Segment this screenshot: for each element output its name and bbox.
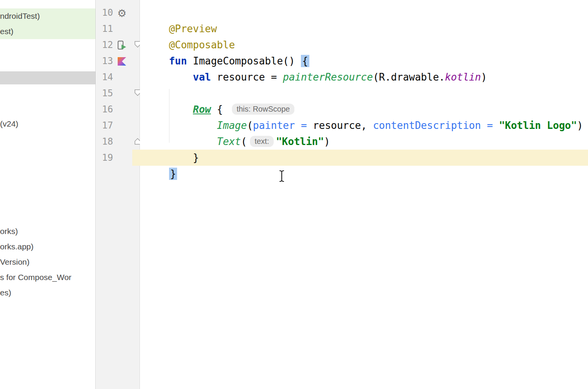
- string-token: "Kotlin": [276, 136, 324, 147]
- gutter-row: 18: [96, 134, 140, 150]
- line-number[interactable]: 13: [99, 53, 113, 69]
- tree-item[interactable]: orks.app): [0, 239, 96, 254]
- tree-item-label: s for Compose_Wor: [0, 273, 71, 282]
- tree-item-label: orks): [0, 227, 18, 236]
- code-token: ): [324, 136, 330, 147]
- tree-item-label: orks.app): [0, 242, 34, 251]
- tree-item-label: est): [0, 27, 13, 36]
- matched-brace: }: [169, 168, 177, 180]
- line-number[interactable]: 14: [99, 69, 113, 85]
- code-token: [169, 71, 193, 83]
- tree-item-label: ndroidTest): [0, 12, 40, 21]
- named-argument-token: contentDescription =: [373, 120, 499, 131]
- run-preview-icon[interactable]: [116, 40, 128, 51]
- line-number[interactable]: 11: [99, 21, 113, 37]
- code-line[interactable]: Image(painter = resource, contentDescrip…: [145, 101, 583, 117]
- gutter-row: 13: [96, 53, 140, 69]
- editor-gutter[interactable]: 10 ⚙ 11 12 13: [96, 0, 140, 389]
- code-line[interactable]: @Preview: [145, 5, 217, 21]
- tree-item-selected[interactable]: [0, 71, 96, 84]
- code-token: resource =: [211, 71, 283, 83]
- code-token: ): [481, 71, 487, 83]
- tree-item-label: es): [0, 288, 11, 297]
- tree-item[interactable]: ndroidTest): [0, 8, 96, 24]
- function-call-token: painterResource: [283, 71, 373, 83]
- line-number[interactable]: 16: [99, 101, 113, 117]
- code-token: ): [577, 120, 583, 131]
- tree-item[interactable]: orks): [0, 224, 96, 239]
- line-number[interactable]: 15: [99, 85, 113, 101]
- gutter-row: 16: [96, 101, 140, 117]
- ibeam-cursor: [278, 170, 285, 184]
- gutter-row: 17: [96, 117, 140, 134]
- line-number[interactable]: 12: [99, 37, 113, 53]
- tree-item[interactable]: es): [0, 285, 96, 300]
- resource-token: kotlin: [445, 71, 481, 83]
- code-line[interactable]: fun ImageComposable() {: [145, 37, 309, 53]
- tree-item[interactable]: Version): [0, 254, 96, 270]
- string-token: "Kotlin Logo": [499, 120, 577, 131]
- gutter-row: 10 ⚙: [96, 5, 140, 21]
- code-line[interactable]: Row { this: RowScope: [145, 85, 297, 101]
- code-line[interactable]: Text(text:"Kotlin"): [145, 117, 330, 134]
- line-number[interactable]: 18: [99, 134, 113, 150]
- current-line-highlight: [132, 150, 588, 166]
- inlay-hint-text-param: text:: [250, 136, 274, 147]
- tree-item-label: (v24): [0, 119, 18, 129]
- gutter-row: 15: [96, 85, 140, 101]
- code-line[interactable]: val resource = painterResource(R.drawabl…: [145, 53, 487, 69]
- project-tree-panel[interactable]: ndroidTest) est) (v24) orks) orks.app) V…: [0, 0, 96, 389]
- line-number[interactable]: 17: [99, 117, 113, 134]
- code-line[interactable]: }: [145, 150, 177, 166]
- line-number[interactable]: 19: [99, 150, 113, 166]
- function-call-token: Text: [217, 136, 241, 147]
- line-number[interactable]: 10: [99, 5, 113, 21]
- ide-window: ndroidTest) est) (v24) orks) orks.app) V…: [0, 0, 588, 389]
- code-token: (: [241, 136, 247, 147]
- tree-item[interactable]: s for Compose_Wor: [0, 270, 96, 285]
- tree-item-label: Version): [0, 257, 30, 267]
- keyword-token: val: [193, 71, 211, 83]
- tree-item[interactable]: est): [0, 24, 96, 39]
- gear-icon[interactable]: ⚙: [116, 7, 128, 19]
- gutter-row: 12: [96, 37, 140, 53]
- kotlin-logo-icon[interactable]: [116, 56, 128, 67]
- code-line[interactable]: @Composable: [145, 21, 235, 37]
- gutter-row: 14: [96, 69, 140, 85]
- code-token: (R.drawable.: [373, 71, 445, 83]
- code-line[interactable]: }: [145, 134, 199, 150]
- tree-item[interactable]: (v24): [0, 116, 96, 132]
- gutter-row: 11: [96, 21, 140, 37]
